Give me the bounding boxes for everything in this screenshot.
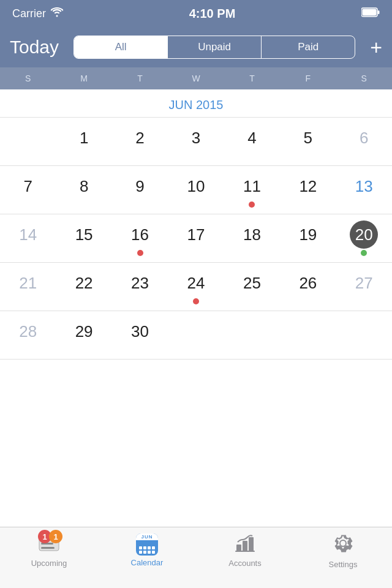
- header-title: Today: [10, 37, 59, 58]
- segment-all[interactable]: All: [74, 36, 168, 58]
- segment-paid[interactable]: Paid: [262, 36, 355, 58]
- calendar-day[interactable]: 10: [168, 166, 224, 214]
- tab-settings-label: Settings: [329, 560, 358, 569]
- svg-rect-1: [377, 10, 379, 14]
- calendar-day[interactable]: 17: [168, 214, 224, 262]
- tab-accounts-label: Accounts: [228, 559, 261, 568]
- status-time: 4:10 PM: [189, 7, 236, 21]
- calendar-day[interactable]: 21: [0, 263, 56, 311]
- battery-icon: [361, 7, 380, 20]
- day-number: 24: [182, 269, 210, 297]
- calendar-day[interactable]: 23: [112, 263, 168, 311]
- tab-calendar-label: Calendar: [131, 558, 164, 567]
- calendar-day[interactable]: 11: [224, 166, 280, 214]
- day-number: 23: [126, 269, 154, 297]
- day-header-sat: S: [336, 74, 392, 83]
- green-dot: [361, 250, 367, 256]
- tab-settings[interactable]: Settings: [294, 533, 392, 569]
- accounts-icon: [234, 533, 256, 556]
- add-button[interactable]: +: [370, 37, 382, 58]
- calendar-day[interactable]: 13: [336, 166, 392, 214]
- day-number: 7: [14, 172, 42, 200]
- day-header-tue: T: [112, 74, 168, 83]
- day-number: 10: [182, 172, 210, 200]
- day-number: 28: [14, 317, 42, 345]
- calendar-grid: 1234567891011121314151617181920212223242…: [0, 118, 392, 360]
- week-5: 282930: [0, 311, 392, 360]
- upcoming-badge-orange: 1: [49, 530, 62, 543]
- carrier-label: Carrier: [12, 7, 46, 20]
- calendar-day[interactable]: 7: [0, 166, 56, 214]
- calendar-day[interactable]: 29: [56, 311, 111, 359]
- svg-rect-6: [41, 547, 55, 549]
- day-number: 21: [14, 269, 42, 297]
- calendar-day: [168, 311, 224, 359]
- day-number: 17: [182, 221, 210, 249]
- day-number: 18: [238, 221, 266, 249]
- day-number: 16: [126, 221, 154, 249]
- header: Today All Unpaid Paid +: [0, 27, 392, 67]
- day-number: 5: [294, 124, 322, 152]
- calendar-day[interactable]: 12: [280, 166, 336, 214]
- calendar-day[interactable]: 22: [56, 263, 111, 311]
- calendar-day[interactable]: 26: [280, 263, 336, 311]
- week-2: 78910111213: [0, 166, 392, 214]
- calendar-day[interactable]: 15: [56, 214, 111, 262]
- calendar-day[interactable]: 8: [56, 166, 111, 214]
- week-4: 21222324252627: [0, 263, 392, 311]
- segment-unpaid[interactable]: Unpaid: [168, 36, 262, 58]
- calendar-day[interactable]: 16: [112, 214, 168, 262]
- calendar-day[interactable]: 4: [224, 118, 280, 165]
- svg-rect-10: [235, 551, 255, 552]
- day-number: 3: [182, 124, 210, 152]
- calendar-day[interactable]: 20: [336, 214, 392, 262]
- tab-calendar[interactable]: JUN Calendar: [98, 533, 196, 567]
- status-right: [361, 7, 380, 20]
- calendar-day[interactable]: 3: [168, 118, 224, 165]
- day-headers: S M T W T F S: [0, 67, 392, 89]
- calendar-day[interactable]: 19: [280, 214, 336, 262]
- day-number: 1: [70, 124, 98, 152]
- day-number: 6: [350, 124, 378, 152]
- red-dot: [193, 298, 199, 304]
- calendar-day[interactable]: 1: [56, 118, 111, 165]
- svg-rect-2: [362, 9, 376, 15]
- upcoming-icon: 1 1: [38, 533, 60, 556]
- segment-control: All Unpaid Paid: [74, 36, 355, 59]
- wifi-icon: [51, 7, 63, 20]
- red-dot: [137, 250, 143, 256]
- day-number: 13: [350, 172, 378, 200]
- status-bar: Carrier 4:10 PM: [0, 0, 392, 27]
- day-number: 15: [70, 221, 98, 249]
- calendar-day[interactable]: 28: [0, 311, 56, 359]
- week-3: 14151617181920: [0, 214, 392, 263]
- day-number: 12: [294, 172, 322, 200]
- settings-icon: [333, 533, 353, 557]
- day-number: 19: [294, 221, 322, 249]
- svg-rect-8: [243, 541, 247, 552]
- day-number: 2: [126, 124, 154, 152]
- day-number: 27: [350, 269, 378, 297]
- calendar-day[interactable]: 9: [112, 166, 168, 214]
- calendar-day[interactable]: 30: [112, 311, 168, 359]
- calendar-day[interactable]: 14: [0, 214, 56, 262]
- month-label: JUN 2015: [0, 89, 392, 118]
- calendar-day: [280, 311, 336, 359]
- tab-upcoming[interactable]: 1 1 Upcoming: [0, 533, 98, 568]
- calendar-day[interactable]: 5: [280, 118, 336, 165]
- day-header-thu: T: [224, 74, 280, 83]
- calendar-day: [0, 118, 56, 165]
- calendar-day: [336, 311, 392, 359]
- day-header-mon: M: [56, 74, 111, 83]
- week-1: 123456: [0, 118, 392, 166]
- calendar-day[interactable]: 18: [224, 214, 280, 262]
- calendar-day[interactable]: 25: [224, 263, 280, 311]
- calendar-day[interactable]: 27: [336, 263, 392, 311]
- calendar-day[interactable]: 6: [336, 118, 392, 165]
- calendar-day[interactable]: 24: [168, 263, 224, 311]
- calendar: JUN 2015 1234567891011121314151617181920…: [0, 89, 392, 360]
- tab-accounts[interactable]: Accounts: [196, 533, 294, 568]
- day-number: 14: [14, 221, 42, 249]
- day-number: 26: [294, 269, 322, 297]
- calendar-day[interactable]: 2: [112, 118, 168, 165]
